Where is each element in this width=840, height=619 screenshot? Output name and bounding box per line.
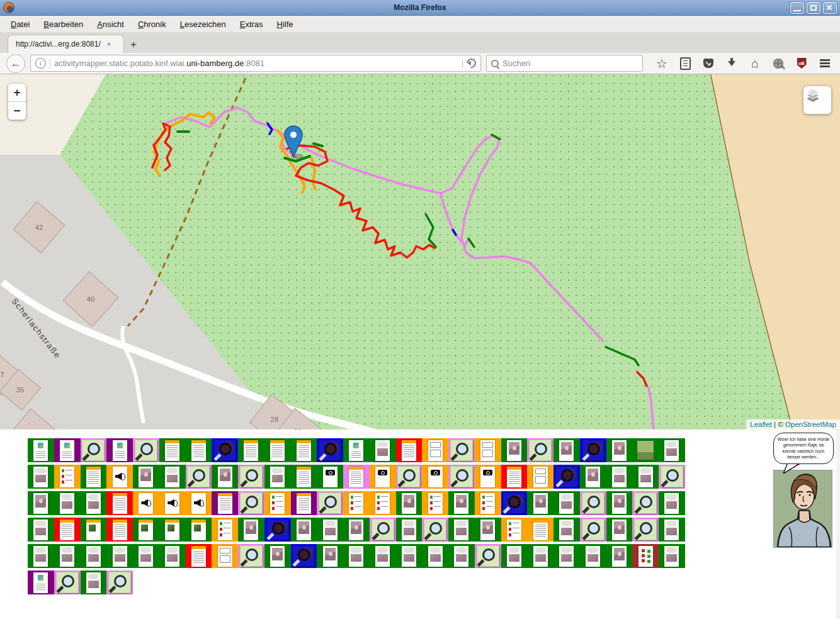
- activity-tile-map-search-thumbnail[interactable]: [317, 491, 343, 515]
- activity-tile-app-screenshot-card[interactable]: [28, 571, 54, 594]
- menu-item-datei[interactable]: Datei: [4, 17, 37, 31]
- activity-tile-map-search-thumbnail[interactable]: [448, 465, 475, 489]
- activity-tile-form-card[interactable]: [422, 438, 448, 462]
- osm-link[interactable]: OpenStreetMap: [785, 421, 836, 428]
- activity-tile-map-search-thumbnail[interactable]: [81, 438, 107, 462]
- activity-tile-comic-panel-card[interactable]: [553, 491, 580, 515]
- activity-tile-document-with-image-card[interactable]: [81, 518, 107, 542]
- activity-tile-document-card[interactable]: [396, 438, 423, 462]
- activity-tile-comic-panel-card[interactable]: [81, 544, 107, 568]
- activity-tile-checklist-card[interactable]: [54, 465, 81, 489]
- activity-tile-checklist-card[interactable]: [475, 491, 501, 515]
- activity-tile-document-card[interactable]: [527, 518, 553, 542]
- activity-tile-comic-panel-card[interactable]: [553, 544, 580, 568]
- activity-tile-audio-card[interactable]: [133, 491, 159, 515]
- menu-hamburger-icon[interactable]: [819, 57, 831, 70]
- activity-tile-comic-panel-card[interactable]: [317, 518, 343, 542]
- activity-tile-map-search-dark-thumbnail[interactable]: [264, 518, 291, 542]
- activity-tile-portrait-photo-card[interactable]: [28, 491, 54, 515]
- activity-tile-map-search-thumbnail[interactable]: [396, 465, 423, 489]
- activity-tile-map-search-dark-thumbnail[interactable]: [501, 491, 528, 515]
- activity-tile-comic-panel-card[interactable]: [106, 544, 133, 568]
- downloads-icon[interactable]: [725, 57, 738, 70]
- home-icon[interactable]: ⌂: [749, 57, 761, 70]
- activity-tile-form-card[interactable]: [527, 465, 553, 489]
- activity-tile-document-card[interactable]: [54, 518, 81, 542]
- activity-tile-camera-card[interactable]: [475, 465, 501, 489]
- activity-tile-map-search-thumbnail[interactable]: [238, 465, 264, 489]
- activity-tile-comic-panel-card[interactable]: [159, 465, 186, 489]
- activity-tile-audio-card[interactable]: [106, 465, 133, 489]
- activity-tile-form-card[interactable]: [212, 544, 238, 568]
- activity-tile-checklist-card[interactable]: [370, 491, 396, 515]
- activity-tile-document-card[interactable]: [81, 465, 107, 489]
- activity-tile-map-search-thumbnail[interactable]: [238, 491, 264, 515]
- activity-tile-camera-card[interactable]: [370, 465, 396, 489]
- url-bar[interactable]: i activitymapper.static.potato.kinf.wiai…: [30, 55, 481, 72]
- activity-tile-item-icons-card[interactable]: [632, 544, 659, 568]
- activity-tile-map-search-thumbnail[interactable]: [580, 491, 606, 515]
- browser-tab[interactable]: http://activi...erg.de:8081/ ×: [8, 35, 124, 53]
- activity-tile-document-card[interactable]: [291, 491, 317, 515]
- menu-item-hilfe[interactable]: Hilfe: [270, 17, 300, 31]
- activity-tile-comic-panel-card[interactable]: [28, 518, 54, 542]
- activity-tile-comic-panel-card[interactable]: [54, 544, 81, 568]
- activity-tile-comic-panel-card[interactable]: [396, 518, 423, 542]
- menu-item-bearbeiten[interactable]: Bearbeiten: [37, 17, 90, 31]
- close-button[interactable]: [823, 2, 837, 14]
- activity-tile-comic-panel-card[interactable]: [370, 438, 396, 462]
- activity-tile-comic-panel-card[interactable]: [448, 518, 475, 542]
- activity-tile-portrait-photo-card[interactable]: [606, 491, 633, 515]
- activity-tile-comic-panel-card[interactable]: [133, 544, 159, 568]
- search-bar[interactable]: Suchen: [486, 55, 643, 72]
- activity-tile-map-search-thumbnail[interactable]: [448, 438, 475, 462]
- activity-tile-comic-panel-card[interactable]: [501, 544, 528, 568]
- menu-item-lesezeichen[interactable]: Lesezeichen: [173, 17, 233, 31]
- activity-tile-app-screenshot-card[interactable]: [28, 438, 54, 462]
- activity-tile-portrait-photo-card[interactable]: [606, 518, 633, 542]
- activity-tile-app-screenshot-card[interactable]: [106, 438, 133, 462]
- activity-tile-map-search-thumbnail[interactable]: [475, 544, 501, 568]
- activity-tile-map-search-thumbnail[interactable]: [133, 438, 159, 462]
- leaflet-map[interactable]: 42403735332826 Scherlachstraße + − Leafl…: [0, 74, 840, 429]
- activity-tile-document-card[interactable]: [212, 491, 238, 515]
- activity-tile-portrait-photo-card[interactable]: [212, 465, 238, 489]
- activity-tile-comic-panel-card[interactable]: [659, 518, 685, 542]
- activity-tile-portrait-photo-card[interactable]: [553, 438, 580, 462]
- activity-tile-map-search-dark-thumbnail[interactable]: [317, 438, 343, 462]
- tab-close-icon[interactable]: ×: [107, 40, 111, 48]
- bookmarks-sidebar-icon[interactable]: [679, 57, 691, 70]
- activity-tile-comic-panel-card[interactable]: [659, 544, 685, 568]
- activity-tile-comic-panel-card[interactable]: [553, 518, 580, 542]
- activity-tile-comic-panel-card[interactable]: [422, 544, 448, 568]
- activity-tile-map-search-thumbnail[interactable]: [632, 491, 659, 515]
- activity-tile-app-screenshot-card[interactable]: [343, 438, 370, 462]
- activity-tile-comic-panel-card[interactable]: [81, 491, 107, 515]
- activity-tile-document-card[interactable]: [291, 465, 317, 489]
- scrollbar-track[interactable]: [836, 429, 840, 619]
- site-info-icon[interactable]: i: [35, 58, 46, 69]
- activity-tile-audio-card[interactable]: [186, 491, 212, 515]
- activity-tile-portrait-photo-card[interactable]: [133, 465, 159, 489]
- activity-tile-map-search-thumbnail[interactable]: [580, 518, 606, 542]
- activity-tile-document-card[interactable]: [106, 518, 133, 542]
- activity-tile-portrait-photo-card[interactable]: [501, 438, 528, 462]
- activity-tile-map-search-thumbnail[interactable]: [659, 465, 685, 489]
- menu-item-extras[interactable]: Extras: [233, 17, 270, 31]
- activity-tile-document-card[interactable]: [186, 438, 212, 462]
- pocket-icon[interactable]: [702, 57, 715, 70]
- activity-tile-map-search-thumbnail[interactable]: [527, 438, 553, 462]
- activity-tile-comic-panel-card[interactable]: [159, 544, 186, 568]
- activity-tile-landscape-photo-card[interactable]: [632, 438, 659, 462]
- activity-tile-portrait-photo-card[interactable]: [264, 544, 291, 568]
- activity-tile-comic-panel-card[interactable]: [370, 544, 396, 568]
- activity-tile-audio-card[interactable]: [159, 491, 186, 515]
- activity-tile-document-card[interactable]: [291, 438, 317, 462]
- leaflet-link[interactable]: Leaflet: [750, 421, 772, 428]
- map-layers-control[interactable]: [803, 86, 831, 114]
- activity-tile-checklist-card[interactable]: [212, 518, 238, 542]
- activity-tile-camera-card[interactable]: [317, 465, 343, 489]
- activity-tile-map-search-thumbnail[interactable]: [632, 518, 659, 542]
- activity-tile-form-card[interactable]: [475, 438, 501, 462]
- bookmark-star-icon[interactable]: ☆: [656, 57, 668, 70]
